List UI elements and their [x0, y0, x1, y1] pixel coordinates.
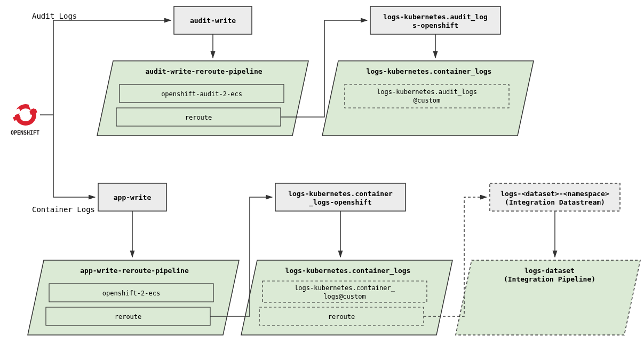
- pipeline-container-logs: logs-kubernetes.container_logs logs-kube…: [241, 260, 452, 335]
- diagram-canvas: OPENSHIFT Audit Logs Container Logs audi…: [0, 0, 644, 351]
- svg-text:reroute: reroute: [185, 114, 212, 121]
- svg-text:(Integration Datastream): (Integration Datastream): [505, 198, 605, 206]
- svg-text:_logs-openshift: _logs-openshift: [309, 198, 371, 207]
- svg-text:app-write: app-write: [114, 193, 152, 201]
- svg-text:audit-write: audit-write: [190, 17, 236, 25]
- svg-text:logs-kubernetes.container: logs-kubernetes.container: [288, 190, 393, 198]
- pipeline-audit-write-reroute: audit-write-reroute-pipeline openshift-a…: [97, 61, 308, 136]
- node-container-datastream: logs-kubernetes.container _logs-openshif…: [275, 183, 406, 211]
- svg-text:logs-kubernetes.container_logs: logs-kubernetes.container_logs: [367, 67, 492, 76]
- svg-text:(Integration Pipeline): (Integration Pipeline): [504, 275, 595, 283]
- openshift-label: OPENSHIFT: [11, 130, 39, 136]
- svg-text:logs@custom: logs@custom: [323, 293, 365, 300]
- svg-text:reroute: reroute: [115, 313, 142, 321]
- arrow-openshift-container: [53, 115, 95, 197]
- svg-text:logs-kubernetes.audit_logs: logs-kubernetes.audit_logs: [377, 88, 477, 96]
- svg-text:logs-<dataset>-<namespace>: logs-<dataset>-<namespace>: [500, 190, 609, 198]
- pipeline-audit-container-logs: logs-kubernetes.container_logs logs-kube…: [322, 61, 534, 136]
- label-container-logs: Container Logs: [32, 205, 95, 214]
- svg-text:openshift-2-ecs: openshift-2-ecs: [102, 290, 160, 297]
- svg-text:app-write-reroute-pipeline: app-write-reroute-pipeline: [80, 267, 189, 275]
- svg-text:s-openshift: s-openshift: [412, 21, 458, 29]
- pipeline-app-write-reroute: app-write-reroute-pipeline openshift-2-e…: [28, 260, 239, 335]
- svg-text:reroute: reroute: [328, 313, 355, 321]
- svg-text:logs-kubernetes.container_: logs-kubernetes.container_: [295, 284, 395, 292]
- node-app-write: app-write: [98, 183, 166, 211]
- svg-text:openshift-audit-2-ecs: openshift-audit-2-ecs: [161, 90, 242, 98]
- svg-text:logs-kubernetes.audit_log: logs-kubernetes.audit_log: [383, 13, 488, 21]
- pipeline-integration: logs-dataset (Integration Pipeline): [456, 260, 640, 335]
- svg-text:logs-kubernetes.container_logs: logs-kubernetes.container_logs: [285, 267, 411, 275]
- node-audit-datastream: logs-kubernetes.audit_log s-openshift: [370, 6, 500, 34]
- svg-text:@custom: @custom: [414, 97, 441, 104]
- svg-text:audit-write-reroute-pipeline: audit-write-reroute-pipeline: [145, 67, 262, 75]
- label-audit-logs: Audit Logs: [32, 12, 77, 20]
- svg-text:logs-dataset: logs-dataset: [524, 267, 575, 275]
- node-integration-datastream: logs-<dataset>-<namespace> (Integration …: [490, 183, 620, 211]
- openshift-icon: OPENSHIFT: [11, 103, 39, 136]
- node-audit-write: audit-write: [174, 6, 252, 34]
